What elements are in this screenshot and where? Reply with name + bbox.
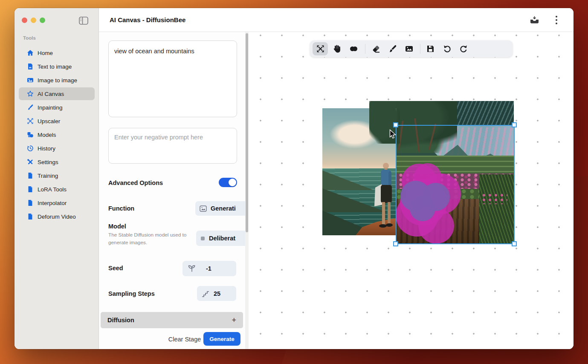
picture-icon: [200, 205, 207, 212]
brush-icon: [26, 104, 34, 111]
sidebar-item-label: Image to image: [38, 77, 77, 84]
advanced-options-label: Advanced Options: [108, 179, 163, 186]
toolbar-separator: [365, 44, 365, 54]
file-icon: [26, 199, 34, 207]
selection-handle-bottom-right[interactable]: [512, 241, 517, 246]
person-figure: [374, 162, 396, 235]
panel-scrollbar[interactable]: [245, 32, 249, 349]
sampling-steps-input[interactable]: 25: [197, 286, 236, 301]
image-tool-button[interactable]: [401, 42, 417, 55]
sidebar-item-label: Settings: [38, 159, 58, 165]
sidebar-item-interpolator[interactable]: Interpolator: [19, 196, 95, 209]
sidebar-section-header: Tools: [23, 35, 36, 40]
generation-panel: view of ocean and mountains Advanced Opt…: [99, 32, 249, 349]
sidebar-item-inpainting[interactable]: Inpainting: [19, 101, 95, 114]
sidebar-item-deforum-video[interactable]: Deforum Video: [19, 210, 95, 223]
home-icon: [26, 49, 34, 57]
sidebar-item-lora-tools[interactable]: LoRA Tools: [19, 183, 95, 196]
canvas-gap: [372, 235, 396, 245]
sidebar-item-label: LoRA Tools: [38, 186, 67, 193]
sidebar-item-label: Models: [38, 132, 56, 138]
canvas-toolbar: [310, 40, 513, 57]
sidebar-item-training[interactable]: Training: [19, 169, 95, 182]
sidebar-nav: Home Text to image Image to image AI Can…: [19, 46, 95, 223]
undo-tool-button[interactable]: [439, 42, 455, 55]
selection-handle-top-left[interactable]: [393, 122, 398, 127]
generate-button[interactable]: Generate: [203, 332, 240, 346]
model-cube-icon: [200, 236, 205, 241]
sidebar-item-label: Deforum Video: [38, 214, 76, 220]
eraser-icon: [371, 44, 380, 53]
plus-icon: +: [232, 316, 236, 325]
selection-rectangle[interactable]: [396, 125, 515, 244]
hand-tool-button[interactable]: [329, 42, 345, 55]
function-value: Generati: [211, 205, 236, 212]
app-window: Tools Home Text to image Image to image …: [14, 8, 574, 349]
canvas-stage[interactable]: [249, 32, 574, 349]
file-icon: [26, 213, 34, 220]
shapes-icon: [26, 131, 34, 139]
advanced-options-toggle[interactable]: [219, 178, 237, 187]
sidebar-item-label: Home: [38, 50, 53, 56]
sidebar-item-ai-canvas[interactable]: AI Canvas: [19, 87, 95, 100]
image-icon: [405, 44, 414, 53]
seedling-icon: [187, 264, 197, 273]
scrollbar-thumb[interactable]: [246, 33, 248, 232]
text-to-image-icon: [26, 63, 34, 70]
seed-value: -1: [206, 265, 211, 272]
model-description: The Stable Diffusion model used to gener…: [108, 231, 196, 247]
model-selector[interactable]: Deliberat: [196, 231, 249, 246]
sidebar-item-models[interactable]: Models: [19, 128, 95, 141]
file-icon: [26, 186, 34, 193]
function-label: Function: [108, 205, 134, 212]
model-label: Model: [108, 223, 126, 230]
sidebar-item-label: Text to image: [38, 64, 72, 70]
sidebar-item-settings[interactable]: Settings: [19, 156, 95, 168]
inbox-icon[interactable]: [528, 14, 540, 26]
sidebar-item-label: AI Canvas: [38, 91, 64, 97]
minimize-window-button[interactable]: [31, 17, 36, 23]
mask-blob-icon: [349, 44, 358, 53]
save-tool-button[interactable]: [423, 42, 438, 55]
diffusion-section-header[interactable]: Diffusion +: [101, 312, 243, 328]
model-value: Deliberat: [209, 235, 235, 242]
history-clock-icon: [26, 145, 34, 152]
brush-tool-button[interactable]: [385, 42, 400, 55]
sidebar-item-home[interactable]: Home: [19, 46, 95, 59]
sidebar-item-history[interactable]: History: [19, 142, 95, 155]
sidebar-item-upscaler[interactable]: Upscaler: [19, 115, 95, 127]
image-to-image-icon: [26, 77, 34, 84]
sidebar-item-label: Upscaler: [38, 118, 60, 124]
negative-prompt-input[interactable]: [108, 128, 237, 164]
mouse-cursor: [389, 129, 397, 139]
sidebar-item-text-to-image[interactable]: Text to image: [19, 60, 95, 73]
kebab-menu-icon[interactable]: [550, 14, 562, 26]
toggle-knob: [229, 179, 236, 186]
selection-handle-top-right[interactable]: [512, 122, 517, 127]
transform-tool-button[interactable]: [313, 42, 328, 55]
close-window-button[interactable]: [22, 17, 27, 23]
eraser-tool-button[interactable]: [368, 42, 383, 55]
sidebar-toggle-icon[interactable]: [78, 15, 90, 26]
traffic-lights: [22, 17, 45, 23]
crossed-tools-icon: [26, 159, 34, 166]
zoom-window-button[interactable]: [40, 17, 45, 23]
sidebar-item-label: Inpainting: [38, 104, 63, 111]
sidebar-item-label: Training: [38, 173, 58, 179]
steps-icon: [201, 289, 210, 298]
clear-stage-button[interactable]: Clear Stage: [161, 333, 208, 345]
redo-tool-button[interactable]: [456, 42, 471, 55]
function-selector[interactable]: Generati: [195, 201, 249, 216]
diffusion-section-label: Diffusion: [107, 317, 134, 324]
sidebar-item-label: History: [38, 145, 55, 152]
mask-tool-button[interactable]: [346, 42, 361, 55]
toolbar-separator: [420, 44, 420, 54]
sampling-steps-value: 25: [214, 290, 220, 297]
selection-handle-bottom-left[interactable]: [393, 241, 398, 246]
star-icon: [26, 90, 34, 98]
file-icon: [26, 172, 34, 179]
prompt-input[interactable]: view of ocean and mountains: [108, 40, 237, 117]
sidebar-item-image-to-image[interactable]: Image to image: [19, 74, 95, 87]
sidebar: Tools Home Text to image Image to image …: [14, 8, 99, 349]
seed-input[interactable]: -1: [182, 261, 236, 276]
